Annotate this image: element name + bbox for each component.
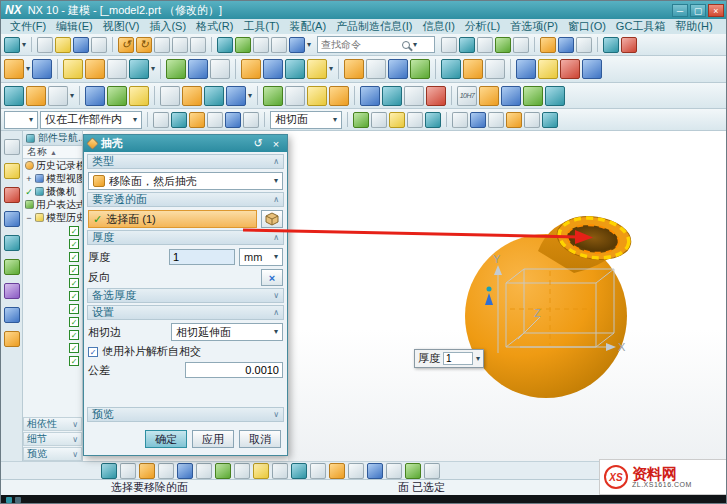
feature-row[interactable]: ✓ [23, 354, 82, 367]
menu-insert[interactable]: 插入(S) [144, 19, 191, 34]
fit-view-icon[interactable] [235, 37, 251, 53]
tree-item-model-views[interactable]: + 模型视图 [23, 172, 82, 185]
cancel-button[interactable]: 取消 [239, 430, 281, 448]
patch-checkbox[interactable]: ✓ [88, 347, 98, 357]
caret-icon[interactable]: ▾ [70, 92, 74, 100]
type-section-header[interactable]: 类型 ∧ [87, 154, 284, 169]
finish-sketch-icon[interactable] [101, 463, 117, 479]
feature-row[interactable]: ✓ [23, 276, 82, 289]
intersect-icon[interactable] [210, 59, 230, 79]
name-column-header[interactable]: 名称 ▲ [23, 146, 82, 159]
trim-body-icon[interactable] [485, 59, 505, 79]
mirror-curve-icon[interactable] [329, 463, 345, 479]
tangent-edges-dropdown[interactable]: 相切延伸面 ▾ [171, 323, 283, 341]
process-studio-icon[interactable] [4, 283, 20, 299]
sort-ascending-icon[interactable]: ▲ [50, 149, 57, 156]
tree-item-model-history[interactable]: − 模型历史记录 [23, 211, 82, 224]
datum-csys-icon[interactable] [360, 86, 380, 106]
rotate-icon[interactable] [289, 37, 305, 53]
bounded-plane-icon[interactable] [48, 86, 68, 106]
preview-section-header[interactable]: 预览 ∨ [87, 407, 284, 422]
intersection-icon[interactable] [243, 112, 259, 128]
caret-icon[interactable]: ▾ [307, 41, 311, 49]
tangent-point-icon[interactable] [425, 112, 441, 128]
dimension-icon[interactable] [501, 86, 521, 106]
point-on-curve-icon[interactable] [207, 112, 223, 128]
feature-row[interactable]: ✓ [23, 289, 82, 302]
wcs-icon[interactable] [452, 112, 468, 128]
dialog-close-button[interactable]: × [269, 138, 283, 150]
synchronous-icon[interactable] [204, 86, 224, 106]
close-button[interactable]: × [708, 4, 724, 17]
menu-gc-toolbox[interactable]: GC工具箱 [611, 19, 671, 34]
through-curves-icon[interactable] [4, 86, 24, 106]
point-icon[interactable] [329, 86, 349, 106]
feature-checkbox[interactable]: ✓ [69, 239, 79, 249]
wave-link-icon[interactable] [307, 86, 327, 106]
display-mode-icon[interactable] [459, 37, 475, 53]
help-icon[interactable] [576, 37, 592, 53]
selection-scope-dropdown[interactable]: 仅在工作部件内 ▾ [40, 111, 142, 129]
caret-icon[interactable]: ▾ [248, 92, 252, 100]
curve-rule-icon[interactable] [506, 112, 522, 128]
extrude-icon[interactable] [63, 59, 83, 79]
feature-row[interactable]: ✓ [23, 224, 82, 237]
tree-item-user-expressions[interactable]: 用户表达式 [23, 198, 82, 211]
datum-plane-icon[interactable] [4, 59, 24, 79]
menu-view[interactable]: 视图(V) [98, 19, 145, 34]
menu-analysis[interactable]: 分析(L) [460, 19, 505, 34]
tree-item-cameras[interactable]: ✓ 摄像机 [23, 185, 82, 198]
quick-extend-icon[interactable] [367, 463, 383, 479]
stop-at-intersection-icon[interactable] [524, 112, 540, 128]
existing-point-icon[interactable] [389, 112, 405, 128]
tolerance-input[interactable] [185, 362, 283, 378]
part-navigator-icon[interactable] [4, 163, 20, 179]
details-section[interactable]: 细节 ∨ [23, 432, 82, 446]
menu-pmi[interactable]: 产品制造信息(I) [331, 19, 417, 34]
dimension-tool-icon[interactable] [405, 463, 421, 479]
search-icon[interactable] [402, 41, 410, 49]
dialog-titlebar[interactable]: 抽壳 ↺ × [84, 135, 287, 152]
feature-checkbox[interactable]: ✓ [69, 226, 79, 236]
edge-blend-icon[interactable] [344, 59, 364, 79]
feature-checkbox[interactable]: ✓ [69, 265, 79, 275]
feature-checkbox[interactable]: ✓ [69, 330, 79, 340]
new-file-icon[interactable] [37, 37, 53, 53]
ok-button[interactable]: 确定 [145, 430, 187, 448]
rectangle-icon[interactable] [215, 463, 231, 479]
midpoint-icon[interactable] [225, 112, 241, 128]
transform-icon[interactable] [182, 86, 202, 106]
menu-help[interactable]: 帮助(H) [670, 19, 717, 34]
refresh-icon[interactable] [217, 37, 233, 53]
preview-section[interactable]: 预览 ∨ [23, 447, 82, 461]
thickness-unit-dropdown[interactable]: mm ▾ [239, 248, 283, 266]
copy-icon[interactable] [172, 37, 188, 53]
command-search-input[interactable] [321, 39, 399, 50]
pocket-icon[interactable] [285, 59, 305, 79]
assembly-navigator-icon[interactable] [4, 139, 20, 155]
record-icon[interactable] [621, 37, 637, 53]
render-style-icon[interactable] [545, 86, 565, 106]
menu-tools[interactable]: 工具(T) [238, 19, 284, 34]
move-face-icon[interactable] [226, 86, 246, 106]
zoom-icon[interactable] [253, 37, 269, 53]
caret-icon[interactable]: ▾ [151, 65, 155, 73]
open-file-icon[interactable] [55, 37, 71, 53]
feature-row[interactable]: ✓ [23, 302, 82, 315]
ruled-icon[interactable] [26, 86, 46, 106]
part-module-icon[interactable] [285, 86, 305, 106]
feature-checkbox[interactable]: ✓ [69, 304, 79, 314]
cylinder-icon[interactable] [129, 59, 149, 79]
make-corner-icon[interactable] [386, 463, 402, 479]
face-section-header[interactable]: 要穿透的面 ∧ [87, 192, 284, 207]
offset-curve-icon[interactable] [291, 463, 307, 479]
menu-window[interactable]: 窗口(O) [563, 19, 611, 34]
caret-icon[interactable]: ▾ [22, 41, 26, 49]
subtract-icon[interactable] [188, 59, 208, 79]
role-icon[interactable] [558, 37, 574, 53]
tube-icon[interactable] [538, 59, 558, 79]
boss-icon[interactable] [263, 59, 283, 79]
end-point-icon[interactable] [407, 112, 423, 128]
pad-icon[interactable] [307, 59, 327, 79]
feature-checkbox[interactable]: ✓ [69, 356, 79, 366]
